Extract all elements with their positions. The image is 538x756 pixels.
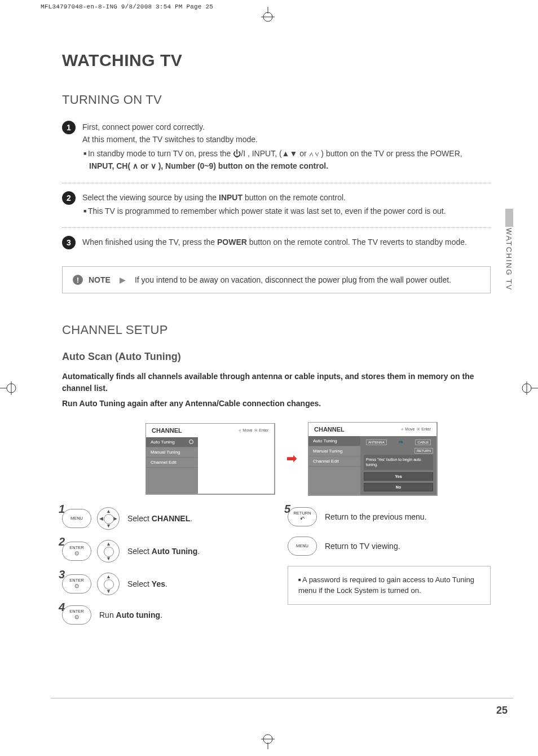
step-3: 3 When finished using the TV, press the … <box>62 236 491 257</box>
osd-panel-right: CHANNEL ⟡ Move ⦿ Enter Auto Tuning Manua… <box>308 422 438 495</box>
step1-line-b: At this moment, the TV switches to stand… <box>82 135 258 144</box>
crop-mark-left <box>0 371 18 405</box>
step-num-4: 4 <box>59 601 65 614</box>
note-label: NOTE <box>89 275 111 284</box>
step1-sub-d: INPUT, CH( ∧ or ∨ ), Number (0~9) button… <box>89 161 328 170</box>
osd-prompt: Press 'Yes' button to begin auto tuning. <box>364 455 433 469</box>
tv-icon: 📺 <box>399 439 403 445</box>
step-num-3: 3 <box>59 568 65 581</box>
note-box: ! NOTE ▶ If you intend to be away on vac… <box>62 266 491 293</box>
section-channel-setup: CHANNEL SETUP <box>62 323 491 337</box>
step-num-1: 1 <box>59 503 65 516</box>
step-2: 2 Select the viewing source by using the… <box>62 191 491 226</box>
step1-sub-pre: In standby mode to turn TV on, press the <box>88 149 233 158</box>
menu-button-icon: MENU <box>288 537 317 556</box>
remote-step1-text: Select CHANNEL. <box>127 514 192 523</box>
osd-item-auto-tuning: Auto Tuning <box>308 436 360 446</box>
subsection-auto-scan: Auto Scan (Auto Tuning) <box>62 351 491 363</box>
page-number: 25 <box>496 705 508 717</box>
step-bullet-1: 1 <box>62 121 76 134</box>
osd-no-button: No <box>364 483 433 491</box>
osd-item-channel-edit: Channel Edit <box>308 456 360 467</box>
osd-panel-left: CHANNEL ⟡ Move ⦿ Enter Auto Tuning Manua… <box>145 423 275 495</box>
step1-line-a: First, connect power cord correctly. <box>82 122 205 131</box>
remote-step-5: 5 RETURN↶ Return to the previous menu. <box>288 507 491 526</box>
remote-step3-text: Select Yes. <box>127 579 167 588</box>
crop-mark-bottom <box>251 732 285 749</box>
osd-cable-label: CABLE <box>415 439 431 445</box>
print-meta-header: MFL34797048-en-8-ING 9/8/2008 3:54 PM Pa… <box>41 3 213 10</box>
note-text: If you intend to be away on vacation, di… <box>135 275 451 284</box>
power-icon: ⏻/I <box>233 149 245 158</box>
note-icon: ! <box>73 275 83 285</box>
osd-item-manual-tuning: Manual Tuning <box>308 446 360 456</box>
enter-button-icon: ENTER⊙ <box>62 605 91 625</box>
arrow-right-icon: ➡ <box>286 451 297 466</box>
separator <box>62 227 491 228</box>
password-info-box: A password is required to gain access to… <box>288 566 491 605</box>
step1-sub: In standby mode to turn TV on, press the… <box>82 147 491 173</box>
footer-rule <box>51 698 513 698</box>
enter-button-icon: ENTER⊙ <box>62 542 91 561</box>
svg-point-11 <box>522 384 531 393</box>
crop-mark-right <box>520 371 538 405</box>
enter-button-icon: ENTER⊙ <box>62 574 91 594</box>
step3-text: When finished using the TV, press the PO… <box>82 238 467 247</box>
step-bullet-2: 2 <box>62 191 76 205</box>
info-text: A password is required to gain access to… <box>298 575 474 595</box>
step2-sub: This TV is programmed to remember which … <box>82 205 491 217</box>
osd-item-manual-tuning: Manual Tuning <box>146 447 198 458</box>
osd-illustration-row: CHANNEL ⟡ Move ⦿ Enter Auto Tuning Manua… <box>92 422 491 495</box>
osd-hint: ⟡ Move ⦿ Enter <box>239 428 268 433</box>
side-tab-label: WATCHING TV <box>505 228 513 291</box>
osd-title: CHANNEL <box>152 427 182 434</box>
remote-step-menu: MENU Return to TV viewing. <box>288 537 491 556</box>
remote-step-4: 4 ENTER⊙ Run Auto tuning. <box>62 605 265 625</box>
remote-step6-text: Return to TV viewing. <box>325 542 400 551</box>
remote-step-1: 1 MENU ▲▼◀▶ Select CHANNEL. <box>62 507 265 530</box>
svg-point-2 <box>263 12 272 21</box>
step2-line-a: Select the viewing source by using the I… <box>82 193 346 202</box>
osd-item-auto-tuning: Auto Tuning <box>146 437 198 447</box>
menu-button-icon: MENU <box>62 509 91 528</box>
side-tab-marker <box>505 209 513 227</box>
step-1: 1 First, connect power cord correctly. A… <box>62 121 491 181</box>
crop-mark-top <box>251 7 285 24</box>
return-button-icon: RETURN↶ <box>288 507 317 526</box>
section-turning-on: TURNING ON TV <box>62 93 491 107</box>
remote-step-3: 3 ENTER⊙ ▲▼ Select Yes. <box>62 573 265 595</box>
osd-antenna-label: ANTENNA <box>366 439 387 445</box>
remote-step2-text: Select Auto Tuning. <box>127 547 200 556</box>
auto-scan-desc-1: Automatically finds all channels availab… <box>62 371 491 394</box>
osd-item-channel-edit: Channel Edit <box>146 458 198 468</box>
step-num-5: 5 <box>284 503 290 516</box>
remote-step5-text: Return to the previous menu. <box>325 512 427 521</box>
remote-step-2: 2 ENTER⊙ ▲▼ Select Auto Tuning. <box>62 540 265 562</box>
auto-scan-desc-2: Run Auto Tuning again after any Antenna/… <box>62 398 491 410</box>
separator <box>62 183 491 183</box>
step-bullet-3: 3 <box>62 236 76 249</box>
svg-point-5 <box>263 735 272 744</box>
remote-step4-text: Run Auto tuning. <box>99 610 162 619</box>
osd-dot-icon <box>189 439 193 444</box>
step1-sub-mid: , INPUT, (▲▼ or ∧ ∨ ) button on the TV o… <box>248 149 462 158</box>
osd-title: CHANNEL <box>314 426 345 433</box>
dpad-icon: ▲▼ <box>97 573 120 595</box>
osd-hint: ⟡ Move ⦿ Enter <box>401 427 431 432</box>
note-arrow-icon: ▶ <box>120 275 126 284</box>
svg-point-8 <box>7 384 16 393</box>
dpad-icon: ▲▼◀▶ <box>97 507 120 530</box>
page-title: WATCHING TV <box>62 51 491 70</box>
step-num-2: 2 <box>59 535 65 548</box>
osd-yes-button: Yes <box>364 472 433 481</box>
osd-return-label: RETURN <box>414 448 433 454</box>
dpad-icon: ▲▼ <box>97 540 120 562</box>
